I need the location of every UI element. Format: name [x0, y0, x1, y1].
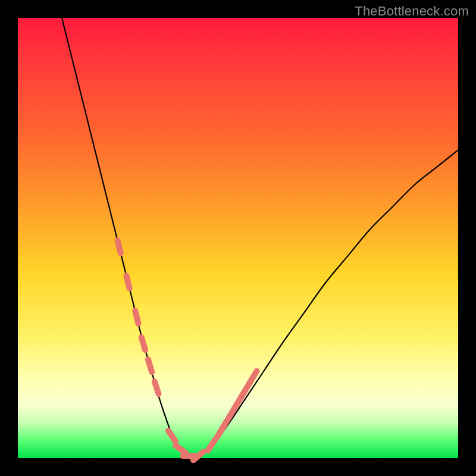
highlight-dash — [250, 371, 256, 383]
highlight-dash — [208, 440, 215, 450]
highlight-dash — [135, 311, 138, 324]
highlight-dash — [168, 431, 176, 441]
plot-area — [18, 18, 458, 458]
curve-svg — [18, 18, 458, 458]
watermark-text: TheBottleneck.com — [355, 4, 469, 19]
highlight-dash — [155, 381, 159, 394]
highlight-dash — [148, 359, 152, 372]
highlight-dash — [118, 240, 121, 253]
bottleneck-curve — [62, 18, 458, 458]
highlight-dash — [126, 275, 129, 288]
highlight-dash — [142, 337, 145, 350]
chart-frame: TheBottleneck.com — [0, 0, 476, 476]
highlight-dash — [176, 446, 186, 453]
highlight-markers — [118, 240, 257, 460]
